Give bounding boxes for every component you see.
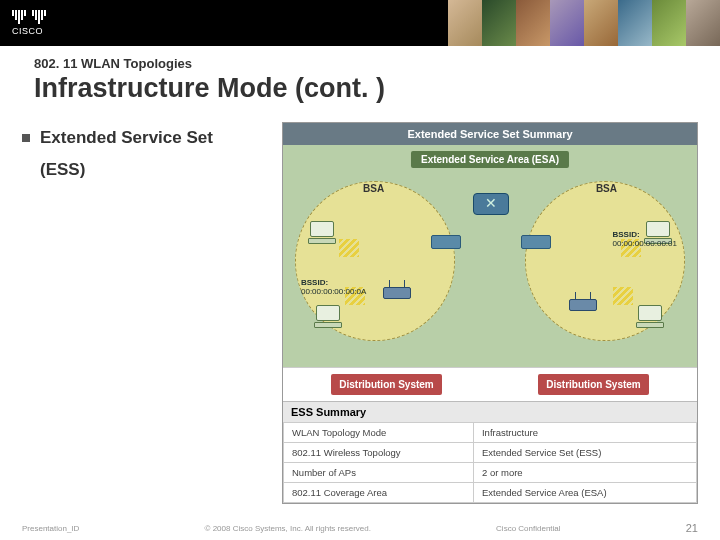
cisco-bars-icon (12, 10, 46, 24)
summary-table: WLAN Topology ModeInfrastructure 802.11 … (283, 422, 697, 503)
bullet-icon (22, 134, 30, 142)
header-photo-strip (448, 0, 720, 46)
page-number: 21 (686, 522, 698, 534)
header-bar: CISCO (0, 0, 720, 46)
esa-label: Extended Service Area (ESA) (411, 151, 569, 168)
slide-headings: 802. 11 WLAN Topologies Infrastructure M… (0, 46, 720, 104)
figure-title: Extended Service Set Summary (283, 123, 697, 145)
ap-left-icon (383, 287, 411, 299)
table-row: Number of APs2 or more (284, 463, 697, 483)
table-row: WLAN Topology ModeInfrastructure (284, 423, 697, 443)
pc-icon (635, 305, 665, 331)
footer-left: Presentation_ID (22, 524, 79, 533)
body-text: Extended Service Set (ESS) (22, 122, 272, 504)
switch-right-icon (521, 235, 551, 249)
switch-left-icon (431, 235, 461, 249)
figure-panel: Extended Service Set Summary Extended Se… (282, 122, 698, 504)
pc-icon (307, 221, 337, 247)
ap-right-icon (569, 299, 597, 311)
bsa-label-left: BSA (363, 183, 384, 194)
ds-right: Distribution System (538, 374, 648, 395)
brand-name: CISCO (12, 26, 46, 36)
brand-logo: CISCO (0, 0, 46, 46)
wireless-link-icon (339, 239, 359, 257)
router-icon (473, 193, 509, 215)
wireless-link-icon (613, 287, 633, 305)
slide-title: Infrastructure Mode (cont. ) (34, 73, 720, 104)
bullet-line1: Extended Service Set (40, 122, 272, 154)
footer-right: Cisco Confidential (496, 524, 560, 533)
footer-center: © 2008 Cisco Systems, Inc. All rights re… (205, 524, 371, 533)
summary-header: ESS Summary (283, 401, 697, 422)
bsa-label-right: BSA (596, 183, 617, 194)
table-row: 802.11 Coverage AreaExtended Service Are… (284, 483, 697, 503)
distribution-row: Distribution System Distribution System (283, 367, 697, 401)
slide-footer: Presentation_ID © 2008 Cisco Systems, In… (0, 522, 720, 534)
slide-kicker: 802. 11 WLAN Topologies (34, 56, 720, 71)
pc-icon (313, 305, 343, 331)
bssid-right: BSSID:00:00:00:00:00:01 (612, 231, 677, 249)
network-diagram: Extended Service Area (ESA) BSA BSA (283, 145, 697, 367)
bullet-line2: (ESS) (40, 154, 272, 186)
table-row: 802.11 Wireless TopologyExtended Service… (284, 443, 697, 463)
bssid-left: BSSID:00:00:00:00:00:0A (301, 279, 366, 297)
ds-left: Distribution System (331, 374, 441, 395)
